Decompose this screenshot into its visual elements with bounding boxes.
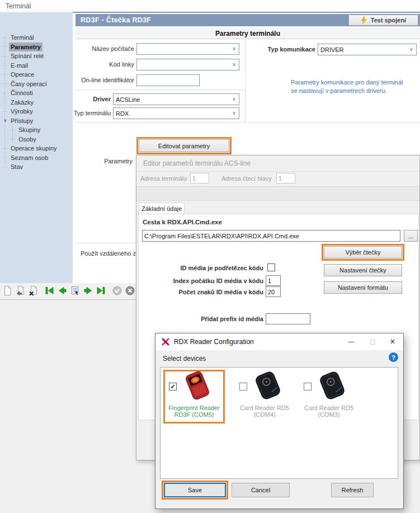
comm-type-label: Typ komunikace <box>257 46 315 53</box>
close-button[interactable]: × <box>382 333 403 350</box>
card-reader-image[interactable] <box>314 370 351 402</box>
delete-record-icon[interactable] <box>28 285 39 297</box>
fingerprint-reader-image[interactable] <box>179 370 216 402</box>
device-2-label[interactable]: Card Reader RD5 (COM4) <box>235 404 294 418</box>
tree-connector <box>3 56 7 57</box>
insert-record-icon[interactable] <box>15 285 26 297</box>
first-record-icon[interactable] <box>44 285 55 297</box>
minimize-button[interactable] <box>341 333 362 350</box>
chevron-down-icon[interactable]: ∨ <box>229 44 239 54</box>
menu-item-terminal[interactable]: Terminál <box>6 2 31 10</box>
computer-name-label: Název počítače <box>75 45 134 52</box>
sidebar-item-spinani-rele[interactable]: Spínání relé <box>2 51 72 61</box>
sidebar-item-parametry[interactable]: Parametry <box>2 43 72 52</box>
chevron-down-icon[interactable]: ∨ <box>407 44 416 55</box>
cancel-button[interactable]: Cancel <box>232 483 290 497</box>
editor-dialog-title: Editor parametrů terminálu ACS-line <box>143 159 251 167</box>
select-reader-highlight: Výběr čtečky <box>322 244 404 261</box>
previous-record-icon[interactable] <box>57 285 68 297</box>
rdx-dialog-title: RDX Reader Configuration <box>174 338 254 346</box>
new-record-icon[interactable] <box>2 285 13 297</box>
sidebar-item-skupiny[interactable]: Skupiny <box>2 125 72 135</box>
sidebar-item-pristupy[interactable]: ∨Přístupy <box>2 116 72 126</box>
chevron-down-icon[interactable]: ∨ <box>229 94 239 105</box>
driver-combo[interactable]: ACSLine∨ <box>113 93 239 105</box>
form-separator <box>75 90 245 90</box>
confirm-icon[interactable] <box>112 285 122 297</box>
tree-connector <box>3 74 7 75</box>
minimize-icon <box>348 342 354 342</box>
sidebar-item-terminal[interactable]: Terminál <box>2 33 72 43</box>
media-index-input[interactable] <box>266 275 281 286</box>
last-record-icon[interactable] <box>96 285 106 297</box>
sidebar-item-operace-skupiny[interactable]: Operace skupiny <box>2 144 72 153</box>
select-reader-button[interactable]: Výběr čtečky <box>324 246 402 258</box>
tree-connector <box>3 111 7 112</box>
format-settings-button[interactable]: Nastavení formátu <box>324 281 402 294</box>
section-title: Parametry terminálu <box>215 30 280 37</box>
sidebar-item-osoby[interactable]: Osoby <box>2 135 72 144</box>
rdx-titlebar[interactable]: RDX Reader Configuration × <box>155 333 403 350</box>
form-vertical-separator <box>245 40 246 122</box>
save-button[interactable]: Save <box>164 483 226 497</box>
record-title: RD3F - Čtečka RD3F <box>81 16 151 24</box>
lightning-icon <box>361 16 367 24</box>
edit-params-highlight: Editovat parametry <box>136 137 232 154</box>
head-address-input[interactable] <box>276 173 295 183</box>
sidebar-item-zakazky[interactable]: Zakázky <box>2 98 72 107</box>
tree-connector <box>3 157 7 158</box>
computer-name-combo[interactable]: ∨ <box>136 43 239 55</box>
comm-info-text: Parametry komunikace pro daný terminál s… <box>291 78 403 95</box>
sidebar-item-stav[interactable]: Stav <box>2 162 72 172</box>
tree-connector <box>3 102 7 102</box>
help-icon[interactable]: ? <box>389 352 398 362</box>
terminal-address-input[interactable] <box>190 173 209 183</box>
terminal-type-combo[interactable]: RDX∨ <box>113 107 239 119</box>
line-code-combo[interactable]: ∨ <box>136 59 239 70</box>
refresh-button[interactable]: Refresh <box>331 483 374 497</box>
browse-records-icon[interactable] <box>70 285 81 297</box>
test-connection-button[interactable]: Test spojení <box>348 15 418 26</box>
card-reader-image[interactable] <box>249 370 286 402</box>
chevron-down-icon[interactable]: ∨ <box>229 59 239 70</box>
tab-zakladni-udaje[interactable]: Základní údaje <box>139 203 185 214</box>
form-separator <box>75 122 420 123</box>
sidebar-item-casy-operaci[interactable]: Časy operací <box>2 79 72 89</box>
terminal-type-label: Typ terminálu <box>56 110 111 116</box>
edit-params-button[interactable]: Editovat parametry <box>139 139 229 152</box>
editor-title-divider <box>136 171 419 172</box>
sidebar-item-cinnosti[interactable]: Činnosti <box>2 88 72 98</box>
next-record-icon[interactable] <box>83 285 93 297</box>
driver-label: Driver <box>75 96 111 102</box>
params-label: Parametry <box>75 158 133 164</box>
device-2-checkbox[interactable] <box>239 383 247 390</box>
device-1-checkbox[interactable]: ✓ <box>169 383 177 390</box>
media-length-input[interactable] <box>266 286 281 297</box>
online-id-input[interactable] <box>136 74 200 86</box>
close-icon: × <box>390 337 395 346</box>
tree-expander-icon[interactable]: ∨ <box>2 116 9 126</box>
menu-bar: Terminál <box>0 0 420 13</box>
sidebar-item-operace[interactable]: Operace <box>2 70 72 79</box>
cancel-icon[interactable] <box>125 285 135 297</box>
reader-settings-button[interactable]: Nastavení čtečky <box>324 264 402 276</box>
tree-connector <box>3 37 7 38</box>
chevron-down-icon[interactable]: ∨ <box>229 108 239 119</box>
device-3-checkbox[interactable] <box>304 383 312 390</box>
tree-connector <box>3 167 7 167</box>
tree-connector <box>3 93 7 93</box>
browse-path-button[interactable]: ... <box>404 230 418 242</box>
exe-path-input[interactable] <box>142 230 400 242</box>
save-button-highlight: Save <box>162 481 228 500</box>
media-prefix-input[interactable] <box>266 313 310 324</box>
tree-connector <box>11 130 15 130</box>
sidebar-item-email[interactable]: E-mail <box>2 61 72 70</box>
line-code-label: Kód linky <box>75 61 134 68</box>
tree-connector <box>11 139 15 139</box>
media-substring-checkbox[interactable] <box>267 263 275 271</box>
comm-type-combo[interactable]: DRIVER∨ <box>318 44 417 55</box>
device-3-label[interactable]: Card Reader RD5 (COM3) <box>299 404 358 418</box>
device-1-label[interactable]: Fingerprint Reader RD3F (COM5) <box>164 404 224 418</box>
tree-connector <box>3 46 7 47</box>
sidebar-item-seznam-osob[interactable]: Seznam osob <box>2 153 72 163</box>
